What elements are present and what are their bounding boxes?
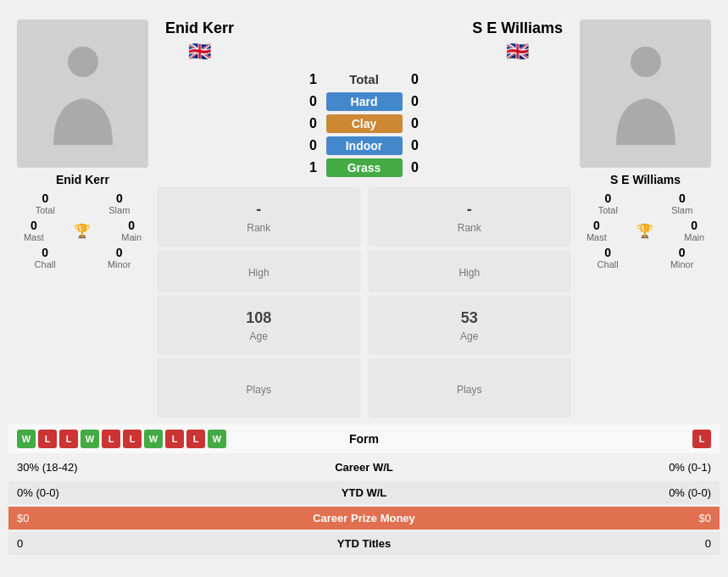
form-badge-left: L — [59, 430, 78, 448]
right-plays-panel: Plays — [368, 358, 572, 418]
left-stat-slam: 0 Slam — [108, 191, 130, 215]
left-age-panel: 108 Age — [157, 296, 361, 355]
career-prize-row: $0 Career Prize Money $0 — [8, 507, 720, 530]
left-stat-chall: 0 Chall — [35, 246, 56, 269]
left-stat-minor: 0 Minor — [108, 246, 131, 269]
form-badge-left: W — [81, 430, 99, 448]
right-stat-total: 0 Total — [598, 191, 618, 215]
left-info-panels: - Rank High 108 Age Plays — [157, 187, 361, 418]
left-trophy: 🏆 — [74, 219, 91, 242]
total-row: 1 Total 0 — [157, 69, 571, 89]
form-label: Form — [280, 432, 449, 446]
right-stat-slam: 0 Slam — [671, 191, 692, 215]
form-badge-left: L — [38, 430, 57, 448]
right-form-badges: L — [449, 430, 712, 448]
right-player-avatar — [580, 19, 711, 168]
left-stats-row-1: 0 Total 0 Slam — [8, 191, 157, 215]
right-trophy-icon: 🏆 — [636, 223, 653, 239]
ytd-wl-row: 0% (0-0) YTD W/L 0% (0-0) — [8, 481, 720, 504]
form-badge-left: L — [186, 430, 205, 448]
form-badge-left: L — [102, 430, 120, 448]
form-row: WLLWLLWLLW Form L — [8, 424, 720, 453]
left-name-top: Enid Kerr 🇬🇧 — [165, 19, 234, 63]
right-rank-panel: - Rank — [368, 187, 572, 247]
left-stat-mast: 0 Mast — [24, 219, 44, 242]
right-stats-row-3: 0 Chall 0 Minor — [571, 246, 720, 269]
top-section: Enid Kerr 0 Total 0 Slam — [8, 19, 720, 418]
form-badge-left: L — [123, 430, 142, 448]
right-stats-block: 0 Total 0 Slam 0 Mast — [571, 191, 720, 273]
svg-point-1 — [631, 47, 661, 77]
left-plays-panel: Plays — [157, 358, 361, 418]
form-badge-left: L — [165, 430, 184, 448]
left-trophy-icon: 🏆 — [74, 223, 91, 239]
left-stat-main: 0 Main — [121, 219, 142, 242]
right-flag: 🇬🇧 — [472, 41, 563, 63]
form-badge-left: W — [17, 430, 36, 448]
right-stat-minor: 0 Minor — [670, 246, 694, 269]
left-info-top: - Rank — [157, 187, 361, 247]
left-player-section: Enid Kerr 0 Total 0 Slam — [8, 19, 157, 273]
form-badge-left: W — [208, 430, 226, 448]
right-trophy: 🏆 — [636, 219, 653, 242]
form-badge-right: L — [692, 430, 711, 448]
left-high-panel: High — [157, 250, 361, 292]
left-player-inner: Enid Kerr 0 Total 0 Slam — [8, 19, 157, 273]
main-container: Enid Kerr 0 Total 0 Slam — [0, 11, 728, 566]
right-stat-main: 0 Main — [684, 219, 704, 242]
right-age-panel: 53 Age — [368, 296, 572, 355]
grass-row: 1 Grass 0 — [157, 158, 571, 177]
right-player-section: S E Williams 0 Total 0 Slam — [571, 19, 720, 273]
right-stat-chall: 0 Chall — [597, 246, 619, 269]
right-player-inner: S E Williams 0 Total 0 Slam — [571, 19, 720, 273]
hard-row: 0 Hard 0 — [157, 92, 571, 111]
left-player-avatar — [17, 19, 148, 168]
left-stats-block: 0 Total 0 Slam 0 Mast — [8, 191, 157, 273]
right-player-name: S E Williams — [610, 173, 681, 186]
left-stats-row-3: 0 Chall 0 Minor — [8, 246, 157, 269]
middle-section: Enid Kerr 🇬🇧 S E Williams 🇬🇧 1 Total 0 — [157, 19, 571, 418]
bottom-stats: WLLWLLWLLW Form L 30% (18-42) Career W/L… — [8, 424, 720, 555]
form-badge-left: W — [144, 430, 163, 448]
right-high-panel: High — [368, 250, 572, 292]
left-stats-row-2: 0 Mast 🏆 0 Main — [8, 219, 157, 242]
ytd-titles-row: 0 YTD Titles 0 — [8, 532, 720, 555]
left-form-badges: WLLWLLWLLW — [17, 430, 280, 448]
career-wl-row: 30% (18-42) Career W/L 0% (0-1) — [8, 456, 720, 479]
left-stat-total: 0 Total — [36, 191, 55, 215]
right-info-panels: - Rank High 53 Age Plays — [368, 187, 572, 418]
svg-point-0 — [68, 47, 98, 77]
clay-row: 0 Clay 0 — [157, 114, 571, 133]
right-name-top: S E Williams 🇬🇧 — [472, 19, 563, 63]
right-stats-row-2: 0 Mast 🏆 0 Main — [571, 219, 720, 242]
right-stats-row-1: 0 Total 0 Slam — [571, 191, 720, 215]
indoor-row: 0 Indoor 0 — [157, 136, 571, 155]
left-player-name: Enid Kerr — [56, 173, 109, 186]
left-rank-panel: - Rank — [157, 187, 361, 247]
left-flag: 🇬🇧 — [165, 41, 234, 63]
right-stat-mast: 0 Mast — [586, 219, 607, 242]
scores-table: 1 Total 0 0 Hard 0 0 Clay 0 0 — [157, 69, 571, 180]
info-panels-row: - Rank High 108 Age Plays — [157, 187, 571, 418]
